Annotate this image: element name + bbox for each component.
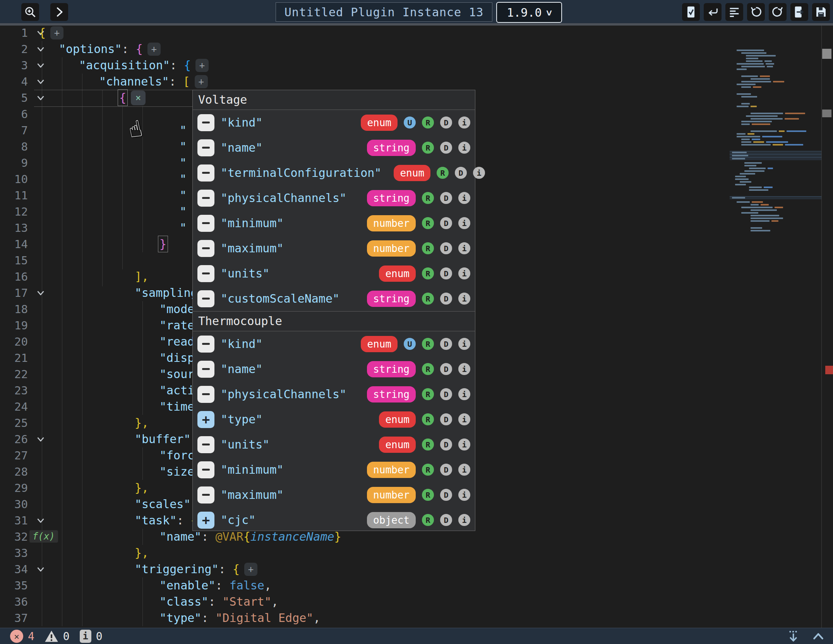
flag-badge-D[interactable]: D	[440, 142, 452, 154]
flag-badge-D[interactable]: D	[440, 514, 452, 526]
format-lines-icon[interactable]	[725, 3, 743, 21]
remove-property-button[interactable]	[197, 139, 214, 156]
flag-badge-R[interactable]: R	[422, 514, 434, 526]
warning-count[interactable]: 0	[45, 630, 70, 643]
scrollbar-mark[interactable]	[822, 110, 831, 117]
popup-property-row[interactable]: "name"stringRDi	[193, 135, 475, 160]
flag-badge-i[interactable]: i	[458, 464, 470, 476]
instance-title-input[interactable]: Untitled Plugin Instance 13	[276, 2, 492, 22]
code-line-35[interactable]: 35"enable": false,	[0, 577, 728, 594]
remove-property-button[interactable]	[197, 215, 214, 232]
popup-property-row[interactable]: "name"stringRDi	[193, 356, 475, 382]
popup-property-row[interactable]: "maximum"numberRDi	[193, 482, 475, 507]
flag-badge-R[interactable]: R	[422, 293, 434, 305]
flag-badge-D[interactable]: D	[440, 413, 452, 425]
flag-badge-R[interactable]: R	[422, 413, 434, 425]
popup-property-row[interactable]: "minimum"numberRDi	[193, 457, 475, 482]
flag-badge-R[interactable]: R	[422, 142, 434, 154]
add-property-button[interactable]: +	[195, 59, 209, 72]
code-line-36[interactable]: 36"class": "Start",	[0, 594, 728, 610]
fold-chevron-icon[interactable]	[36, 77, 46, 87]
flag-badge-D[interactable]: D	[440, 242, 452, 254]
code-line-2[interactable]: 2"options": {+	[0, 41, 728, 57]
flag-badge-D[interactable]: D	[440, 363, 452, 375]
flag-badge-i[interactable]: i	[458, 438, 470, 450]
popup-property-row[interactable]: "physicalChannels"stringRDi	[193, 382, 475, 407]
remove-property-button[interactable]	[197, 461, 214, 478]
fold-chevron-icon[interactable]	[36, 516, 46, 526]
flag-badge-R[interactable]: R	[422, 438, 434, 450]
remove-property-button[interactable]	[197, 190, 214, 207]
popup-property-row[interactable]: "maximum"numberRDi	[193, 236, 475, 261]
info-count[interactable]: i 0	[80, 630, 103, 643]
remove-property-button[interactable]	[197, 361, 214, 378]
flag-badge-i[interactable]: i	[458, 293, 470, 305]
popup-property-row[interactable]: +"cjc"objectRDi	[193, 507, 475, 533]
flag-badge-R[interactable]: R	[422, 338, 434, 350]
fold-chevron-icon[interactable]	[36, 564, 46, 574]
jump-to-bottom-icon[interactable]	[786, 629, 800, 644]
flag-badge-D[interactable]: D	[440, 489, 452, 501]
code-line-34[interactable]: 34"triggering": {+	[0, 561, 728, 577]
add-property-button[interactable]: +	[147, 43, 161, 56]
flag-badge-R[interactable]: R	[422, 267, 434, 279]
popup-property-row[interactable]: "physicalChannels"stringRDi	[193, 185, 475, 211]
flag-badge-R[interactable]: R	[422, 464, 434, 476]
flag-badge-D[interactable]: D	[440, 293, 452, 305]
flag-badge-i[interactable]: i	[458, 192, 470, 204]
popup-property-row[interactable]: "terminalConfiguration"enumRDi	[193, 160, 475, 185]
remove-property-button[interactable]	[197, 386, 214, 403]
minimap[interactable]	[730, 26, 821, 628]
save-icon[interactable]	[812, 3, 830, 21]
flag-badge-i[interactable]: i	[473, 167, 485, 179]
flag-badge-i[interactable]: i	[458, 514, 470, 526]
flag-badge-D[interactable]: D	[440, 388, 452, 400]
popup-property-row[interactable]: "units"enumRDi	[193, 261, 475, 286]
add-property-button[interactable]: +	[244, 563, 257, 576]
error-count[interactable]: ✕ 4	[10, 630, 34, 643]
remove-property-button[interactable]	[197, 436, 214, 453]
flag-badge-D[interactable]: D	[440, 267, 452, 279]
flag-badge-i[interactable]: i	[458, 388, 470, 400]
flag-badge-U[interactable]: U	[404, 116, 416, 128]
flag-badge-i[interactable]: i	[458, 489, 470, 501]
code-line-33[interactable]: 33},	[0, 545, 728, 561]
zoom-plus-icon[interactable]	[21, 3, 39, 21]
remove-property-button[interactable]	[197, 240, 214, 257]
code-line-37[interactable]: 37"type": "Digital Edge",	[0, 610, 728, 626]
remove-property-button[interactable]	[197, 290, 214, 307]
doc-check-icon[interactable]	[682, 3, 700, 21]
fold-chevron-icon[interactable]	[36, 44, 46, 54]
flag-badge-i[interactable]: i	[458, 116, 470, 128]
code-line-3[interactable]: 3"acquisition": {+	[0, 57, 728, 74]
flag-badge-R[interactable]: R	[422, 363, 434, 375]
code-line-1[interactable]: 1{+	[0, 25, 728, 41]
flag-badge-D[interactable]: D	[440, 338, 452, 350]
fx-badge[interactable]: f(x)	[29, 530, 58, 543]
remove-property-button[interactable]	[197, 265, 214, 282]
flag-badge-i[interactable]: i	[458, 267, 470, 279]
flag-badge-i[interactable]: i	[458, 242, 470, 254]
fold-chevron-icon[interactable]	[36, 434, 46, 444]
flag-badge-R[interactable]: R	[422, 116, 434, 128]
remove-item-button[interactable]: ×	[131, 91, 146, 105]
flag-badge-i[interactable]: i	[458, 363, 470, 375]
fold-chevron-icon[interactable]	[36, 288, 46, 298]
add-property-button[interactable]: +	[195, 75, 208, 88]
popup-property-row[interactable]: "kind"enumURDi	[193, 110, 475, 135]
flag-badge-D[interactable]: D	[440, 217, 452, 229]
flag-badge-R[interactable]: R	[422, 388, 434, 400]
popup-property-row[interactable]: "units"enumRDi	[193, 432, 475, 457]
flag-badge-R[interactable]: R	[422, 242, 434, 254]
add-property-button[interactable]: +	[50, 26, 63, 39]
code-editor[interactable]: 1{+2"options": {+3"acquisition": {+4"cha…	[0, 23, 833, 628]
remove-property-button[interactable]	[197, 114, 214, 131]
flag-badge-U[interactable]: U	[404, 338, 416, 350]
fold-chevron-icon[interactable]	[36, 93, 46, 103]
remove-property-button[interactable]	[197, 336, 214, 353]
flag-badge-i[interactable]: i	[458, 142, 470, 154]
flag-badge-D[interactable]: D	[455, 167, 467, 179]
popup-property-row[interactable]: +"type"enumRDi	[193, 407, 475, 432]
collapse-panel-icon[interactable]	[811, 629, 826, 644]
flag-badge-D[interactable]: D	[440, 116, 452, 128]
